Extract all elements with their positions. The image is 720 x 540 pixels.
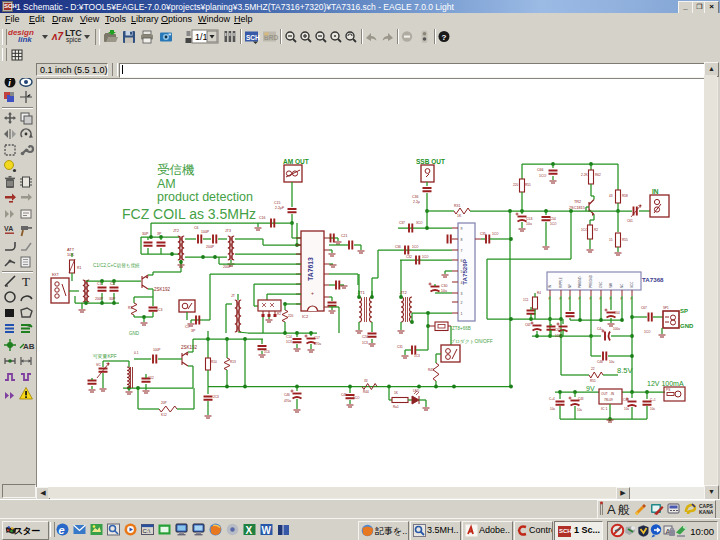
svg-text:10u: 10u — [650, 407, 655, 411]
svg-text:30P: 30P — [109, 297, 116, 301]
svg-text:R55: R55 — [622, 238, 628, 242]
svg-text:C+3: C+3 — [623, 398, 629, 402]
svg-text:10K: 10K — [67, 252, 74, 257]
svg-text:C64: C64 — [614, 311, 620, 315]
svg-text:9V: 9V — [586, 385, 595, 392]
svg-text:?: ? — [442, 33, 447, 42]
svg-text:R2: R2 — [594, 228, 598, 232]
svg-text:C37: C37 — [399, 221, 405, 225]
svg-text:.JT2: .JT2 — [399, 290, 408, 295]
svg-text:C1: C1 — [97, 282, 102, 286]
svg-text:220: 220 — [288, 314, 294, 318]
svg-text:C24: C24 — [362, 335, 368, 339]
svg-text:C36: C36 — [395, 245, 401, 249]
svg-text:C15: C15 — [274, 201, 280, 205]
svg-text:C36: C36 — [412, 195, 418, 199]
svg-text:78L09: 78L09 — [604, 398, 613, 402]
svg-text:R2: R2 — [277, 312, 281, 316]
svg-text:e: e — [59, 524, 65, 536]
svg-text:SCH: SCH — [246, 34, 260, 41]
svg-text:TR2: TR2 — [574, 200, 581, 204]
svg-text:30P: 30P — [142, 232, 149, 236]
svg-text:R51: R51 — [590, 379, 596, 383]
svg-text:C+1: C+1 — [650, 398, 656, 402]
svg-text:AB: AB — [23, 342, 35, 351]
svg-text:C:\: C:\ — [143, 528, 151, 534]
svg-text:PWGND: PWGND — [578, 276, 582, 288]
svg-text:SSB OUT: SSB OUT — [416, 158, 445, 165]
svg-text:C46: C46 — [597, 360, 603, 364]
svg-text:ZT8+66B: ZT8+66B — [452, 326, 471, 331]
svg-text:R62: R62 — [595, 173, 601, 177]
svg-text:VCC: VCC — [630, 281, 634, 288]
svg-text:9: 9 — [461, 227, 463, 231]
svg-text:GND: GND — [680, 323, 694, 329]
svg-text:VA: VA — [4, 225, 13, 232]
svg-text:7: 7 — [461, 249, 463, 253]
svg-text:3CO: 3CO — [416, 221, 423, 225]
svg-text:1CO: 1CO — [644, 330, 651, 334]
svg-text:200P: 200P — [223, 265, 232, 269]
svg-text:10u: 10u — [624, 407, 629, 411]
svg-text:PS: PS — [666, 388, 670, 392]
svg-text:C53: C53 — [526, 217, 532, 221]
svg-text:X: X — [246, 525, 253, 536]
svg-text:C35: C35 — [480, 232, 486, 236]
svg-text:10u: 10u — [550, 407, 555, 411]
svg-text:C21: C21 — [341, 234, 347, 238]
svg-text:1CO: 1CO — [412, 245, 419, 249]
svg-text:470u: 470u — [314, 342, 321, 346]
svg-text:1CO: 1CO — [422, 255, 429, 259]
svg-text:C67: C67 — [641, 306, 647, 310]
svg-text:C45: C45 — [341, 393, 347, 397]
svg-text:2.2µF: 2.2µF — [275, 206, 284, 210]
svg-text:1CO: 1CO — [555, 334, 562, 338]
svg-text:8.5V: 8.5V — [617, 366, 632, 375]
svg-text:NF: NF — [568, 284, 572, 288]
svg-text:C1/C2,C+C切替も接続: C1/C2,C+C切替も接続 — [93, 263, 140, 269]
svg-text:2SK192: 2SK192 — [154, 287, 171, 292]
svg-text:TA7613: TA7613 — [307, 257, 314, 281]
svg-text:1C3: 1C3 — [286, 340, 292, 344]
svg-text:T: T — [22, 274, 30, 289]
svg-text:C46: C46 — [284, 393, 290, 397]
svg-text:R1: R1 — [77, 266, 82, 270]
svg-text:22: 22 — [591, 367, 595, 371]
svg-text:3P: 3P — [157, 232, 162, 236]
svg-text:R4: R4 — [537, 291, 541, 295]
svg-text:R13: R13 — [230, 360, 236, 364]
svg-text:10u: 10u — [609, 360, 615, 364]
svg-text:IC2: IC2 — [302, 314, 309, 319]
svg-text:200P: 200P — [206, 245, 215, 249]
svg-text:20P: 20P — [161, 401, 167, 405]
svg-text:W: W — [262, 525, 272, 536]
svg-text:+: + — [311, 290, 314, 296]
svg-text:1C3: 1C3 — [362, 341, 368, 345]
svg-text:K12: K12 — [161, 413, 167, 417]
svg-text:2.2µ: 2.2µ — [413, 200, 420, 204]
svg-text:1/1: 1/1 — [195, 32, 208, 42]
svg-text:FCZ COIL as 3.5MHz: FCZ COIL as 3.5MHz — [122, 206, 256, 222]
svg-text:470u: 470u — [284, 399, 291, 403]
svg-text:般: 般 — [617, 503, 630, 516]
svg-text:C54: C54 — [550, 217, 556, 221]
svg-text:5: 5 — [461, 270, 463, 274]
svg-text:R10: R10 — [211, 360, 217, 364]
svg-text:C4+: C4+ — [597, 327, 603, 331]
svg-text:RIPPLE: RIPPLE — [559, 277, 563, 288]
svg-text:15: 15 — [609, 238, 613, 242]
svg-text:JT: JT — [231, 294, 236, 298]
svg-text:C61: C61 — [627, 219, 633, 223]
svg-text:1C3: 1C3 — [414, 354, 420, 358]
svg-text:1K: 1K — [457, 214, 462, 218]
svg-text:VC: VC — [96, 363, 101, 367]
svg-text:3P: 3P — [191, 329, 196, 333]
svg-text:SW: SW — [609, 283, 613, 288]
svg-text:C6: C6 — [194, 226, 199, 230]
svg-text:A: A — [607, 502, 616, 516]
svg-text:1C3: 1C3 — [156, 308, 162, 312]
svg-text:プロダクトON/OFF: プロダクトON/OFF — [450, 339, 493, 344]
svg-text:2.2K: 2.2K — [581, 173, 588, 177]
svg-text:2: 2 — [461, 301, 463, 305]
svg-text:IN: IN — [548, 285, 552, 288]
